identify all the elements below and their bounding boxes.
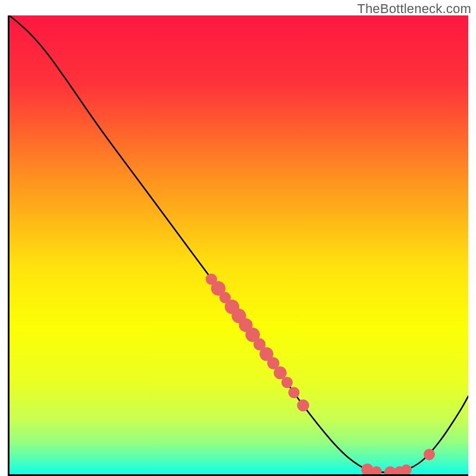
- chart-container: TheBottleneck.com: [0, 0, 476, 476]
- attribution-text: TheBottleneck.com: [357, 1, 471, 17]
- data-marker: [281, 377, 293, 388]
- data-marker: [424, 449, 435, 460]
- gradient-background: [10, 15, 468, 474]
- data-marker: [288, 387, 299, 398]
- data-marker: [297, 399, 309, 411]
- plot-area: [8, 15, 468, 476]
- chart-svg: [10, 15, 468, 474]
